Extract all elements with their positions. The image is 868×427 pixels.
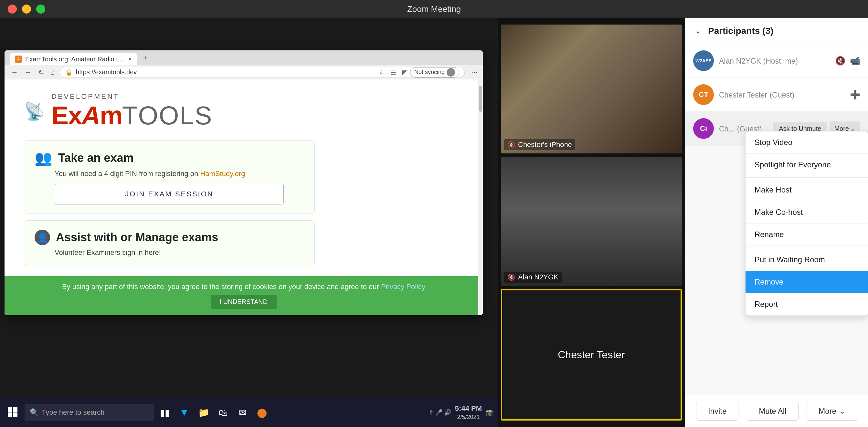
take-exam-card: 👥 Take an exam You will need a 4 digit P…: [24, 140, 315, 214]
sync-badge[interactable]: Not syncing: [410, 67, 459, 77]
left-area: A ExamTools.org: Amateur Radio L... × + …: [0, 18, 498, 427]
refresh-button[interactable]: ↻: [37, 67, 45, 78]
notification-icon[interactable]: 📸: [486, 408, 494, 416]
browser-menu-button[interactable]: ⋯: [471, 68, 477, 76]
panel-title: Participants (3): [708, 26, 773, 36]
menu-report[interactable]: Report: [746, 293, 868, 316]
home-button[interactable]: ⌂: [49, 67, 56, 78]
clock-time: 5:44 PM: [455, 404, 482, 414]
new-tab-button[interactable]: +: [140, 52, 151, 64]
system-tray-icons: ⇧ 🎤 🔊: [429, 409, 451, 416]
cookie-text-prefix: By using any part of this website, you a…: [62, 283, 381, 291]
chestertester-name: Chester Tester (Guest): [719, 90, 845, 100]
card2-desc: Volunteer Examiners sign in here!: [55, 249, 304, 257]
exam-text: ExAm: [51, 101, 122, 130]
panel-collapse-button[interactable]: ⌄: [694, 26, 702, 36]
card1-desc-prefix: You will need a 4 digit PIN from registe…: [55, 170, 200, 178]
panel-header: ⌄ Participants (3): [685, 18, 868, 44]
windows-icon: [8, 407, 18, 418]
sync-avatar: [446, 68, 455, 76]
hamstudy-link[interactable]: HamStudy.org: [200, 170, 245, 178]
avatar-ci: Ci: [693, 118, 714, 139]
store-icon[interactable]: 🛍: [215, 404, 231, 421]
address-bar[interactable]: 🔒 https://examtools.dev ☆ ☰ ◤ Not syncin…: [60, 67, 465, 78]
mute-icon-iphone: 🔇: [507, 141, 516, 149]
svg-rect-1: [13, 407, 18, 412]
search-placeholder: Type here to search: [42, 408, 104, 417]
search-icon: 🔍: [30, 408, 38, 417]
svg-rect-2: [8, 413, 12, 417]
scrollbar-thumb[interactable]: [479, 86, 482, 112]
menu-separator-2: [746, 247, 868, 248]
chestertester-add-icon: ➕: [850, 90, 860, 100]
maximize-button[interactable]: [36, 4, 45, 13]
logo-row: ExAm TOOLS: [51, 101, 213, 130]
alan-name-text: Alan N2YGK (Host, me): [719, 57, 798, 65]
participants-panel: ⌄ Participants (3) W2AEE Alan N2YGK (Hos…: [685, 18, 868, 427]
avatar-alan: W2AEE: [693, 51, 714, 71]
chester-tester-name: Chester Tester: [558, 349, 625, 361]
extension-icon[interactable]: ◤: [402, 68, 407, 76]
participant-item-alan: W2AEE Alan N2YGK (Host, me) 🔇 📹: [685, 44, 868, 78]
browser-tab-active[interactable]: A ExamTools.org: Amateur Radio L... ×: [10, 53, 137, 65]
footer-more-button[interactable]: More ⌄: [807, 402, 857, 421]
chester-iphone-label: 🔇 Chester's iPhone: [504, 139, 575, 150]
assist-exam-card: 👤 Assist with or Manage exams Volunteer …: [24, 220, 315, 266]
assist-icon: 👤: [35, 230, 50, 245]
privacy-policy-link[interactable]: Privacy Policy: [381, 283, 425, 291]
menu-spotlight[interactable]: Spotlight for Everyone: [746, 154, 868, 176]
video-tile-chestertester: Chester Tester: [501, 289, 682, 421]
window-title: Zoom Meeting: [407, 4, 461, 14]
taskbar-search-bar[interactable]: 🔍 Type here to search: [25, 404, 154, 421]
menu-waiting-room[interactable]: Put in Waiting Room: [746, 249, 868, 271]
dev-label: DEVELOPMENT: [51, 92, 213, 101]
card1-title: 👥 Take an exam: [35, 150, 304, 166]
menu-make-host[interactable]: Make Host: [746, 179, 868, 201]
browser-content: 📡 DEVELOPMENT ExAm TOOLS 👥: [4, 79, 483, 315]
mail-icon[interactable]: ✉: [234, 404, 251, 421]
edge-icon[interactable]: ▼: [176, 404, 193, 421]
menu-make-cohost[interactable]: Make Co-host: [746, 201, 868, 224]
context-menu: Stop Video Spotlight for Everyone Make H…: [745, 131, 868, 316]
minimize-button[interactable]: [22, 4, 31, 13]
collection-icon[interactable]: ☰: [391, 68, 396, 76]
start-button[interactable]: [4, 403, 22, 422]
iphone-label-text: Chester's iPhone: [518, 140, 572, 149]
browser-chrome: A ExamTools.org: Amateur Radio L... × + …: [4, 51, 483, 79]
close-button[interactable]: [8, 4, 17, 13]
join-exam-button[interactable]: JOIN EXAM SESSION: [55, 184, 284, 204]
menu-remove[interactable]: Remove: [746, 271, 868, 293]
mute-all-button[interactable]: Mute All: [747, 402, 798, 421]
card2-title-text: Assist with or Manage exams: [56, 231, 218, 244]
bookmark-icon[interactable]: ☆: [379, 68, 384, 76]
alan-name: Alan N2YGK (Host, me): [719, 56, 830, 66]
et-header: 📡 DEVELOPMENT ExAm TOOLS: [24, 92, 463, 130]
chestertester-icons: ➕: [850, 90, 860, 100]
menu-stop-video[interactable]: Stop Video: [746, 131, 868, 154]
tab-title: ExamTools.org: Amateur Radio L...: [25, 56, 125, 63]
browser-scrollbar[interactable]: [478, 79, 483, 315]
participant-item-chestertester: CT Chester Tester (Guest) ➕: [685, 78, 868, 112]
browser-address-bar: ← → ↻ ⌂ 🔒 https://examtools.dev ☆ ☰ ◤ No…: [4, 65, 483, 79]
forward-button[interactable]: →: [23, 67, 33, 78]
chestertester-tag: (Guest): [769, 91, 794, 99]
svg-rect-3: [13, 413, 18, 417]
back-button[interactable]: ←: [10, 67, 20, 78]
clock-date: 2/5/2021: [455, 414, 482, 421]
invite-button[interactable]: Invite: [696, 402, 738, 421]
et-logo-text: DEVELOPMENT ExAm TOOLS: [51, 92, 213, 130]
tab-close-icon[interactable]: ×: [128, 56, 132, 63]
video-bg-alan: [501, 157, 682, 286]
exam-icon: 👥: [35, 150, 52, 166]
browser-tab-bar: A ExamTools.org: Amateur Radio L... × +: [4, 51, 483, 65]
cookie-understand-button[interactable]: I UNDERSTAND: [211, 295, 277, 309]
app-icon[interactable]: ⬤: [253, 404, 270, 421]
alan-video-icon: 📹: [850, 56, 860, 66]
menu-rename[interactable]: Rename: [746, 224, 868, 246]
file-explorer-icon[interactable]: 📁: [195, 404, 212, 421]
main-content: A ExamTools.org: Amateur Radio L... × + …: [0, 18, 868, 427]
task-view-button[interactable]: ▮▮: [156, 404, 173, 421]
url-text: https://examtools.dev: [75, 68, 373, 76]
card1-title-text: Take an exam: [58, 151, 133, 165]
panel-footer: Invite Mute All More ⌄: [685, 395, 868, 427]
